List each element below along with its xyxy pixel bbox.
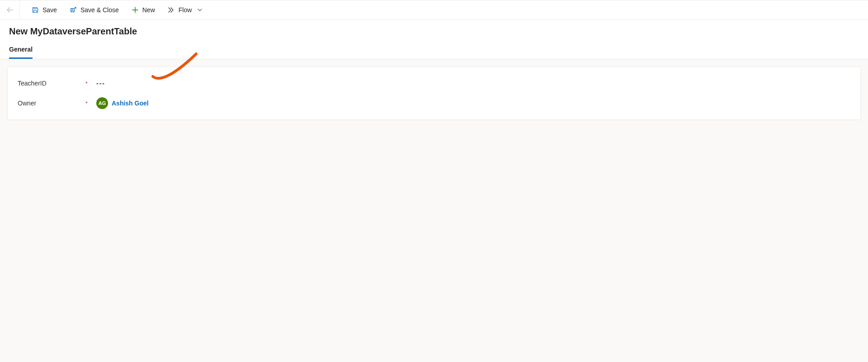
back-button[interactable]: [6, 6, 14, 14]
arrow-left-icon: [6, 6, 14, 14]
command-bar: Save Save & Close New: [0, 0, 868, 20]
flow-button[interactable]: Flow: [163, 3, 208, 17]
form-canvas: TeacherID * --- Owner * AG Ashish Goel: [0, 59, 868, 127]
save-close-icon: [70, 6, 77, 14]
tab-general-label: General: [9, 46, 33, 53]
back-button-container: [0, 0, 20, 19]
save-icon: [32, 6, 39, 14]
save-button-label: Save: [42, 6, 57, 14]
field-teacherid[interactable]: TeacherID * ---: [18, 73, 850, 93]
flow-button-label: Flow: [179, 6, 192, 14]
field-value-teacherid[interactable]: ---: [96, 80, 850, 87]
field-label-teacherid: TeacherID: [18, 80, 85, 87]
owner-link[interactable]: Ashish Goel: [112, 100, 149, 107]
save-close-button[interactable]: Save & Close: [65, 3, 123, 17]
command-buttons: Save Save & Close New: [20, 3, 207, 17]
header-area: New MyDataverseParentTable General: [0, 20, 868, 59]
tabs: General: [9, 43, 859, 59]
required-mark: *: [85, 80, 96, 87]
page-title: New MyDataverseParentTable: [9, 26, 859, 37]
field-label-owner: Owner: [18, 100, 85, 107]
new-button[interactable]: New: [127, 3, 160, 17]
tab-general[interactable]: General: [9, 43, 33, 59]
flow-icon: [168, 6, 175, 14]
new-button-label: New: [142, 6, 155, 14]
form-card: TeacherID * --- Owner * AG Ashish Goel: [7, 67, 861, 120]
owner-avatar: AG: [96, 97, 108, 109]
required-mark: *: [85, 100, 96, 107]
teacherid-placeholder: ---: [96, 80, 105, 87]
field-owner[interactable]: Owner * AG Ashish Goel: [18, 93, 850, 113]
chevron-down-icon: [197, 7, 203, 13]
save-button[interactable]: Save: [27, 3, 61, 17]
save-close-button-label: Save & Close: [80, 6, 119, 14]
field-value-owner[interactable]: AG Ashish Goel: [96, 97, 850, 109]
plus-icon: [132, 6, 139, 14]
